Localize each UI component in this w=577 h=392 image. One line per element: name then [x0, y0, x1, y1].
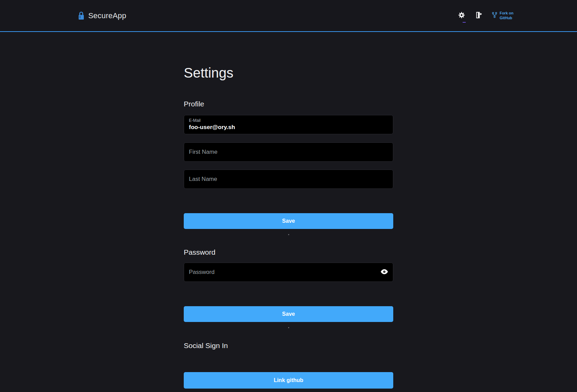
- app-logo: SecureApp: [78, 11, 126, 21]
- last-name-field[interactable]: [184, 170, 393, 189]
- tiny-separator-dot: [288, 327, 289, 328]
- logout-button[interactable]: [474, 11, 483, 21]
- link-github-button[interactable]: Link github: [184, 372, 393, 389]
- page-title: Settings: [184, 65, 393, 81]
- password-heading: Password: [184, 248, 393, 257]
- app-title: SecureApp: [88, 11, 126, 20]
- fork-on-github-link[interactable]: Fork on GitHub: [491, 11, 513, 21]
- first-name-input[interactable]: [184, 143, 393, 161]
- eye-icon: [381, 269, 388, 276]
- password-save-button[interactable]: Save: [184, 306, 393, 322]
- github-link-text: Fork on GitHub: [500, 11, 513, 21]
- profile-section: Profile E-Mail Save: [184, 100, 393, 235]
- lock-icon: [78, 11, 85, 21]
- gear-icon: [458, 11, 465, 20]
- social-sign-in-section: Social Sign In Link github: [184, 341, 393, 389]
- profile-heading: Profile: [184, 100, 393, 108]
- app-header: SecureApp: [0, 0, 577, 32]
- password-section: Password Save: [184, 248, 393, 328]
- email-field[interactable]: E-Mail: [184, 115, 393, 134]
- profile-save-button[interactable]: Save: [184, 213, 393, 229]
- settings-gear-button[interactable]: [457, 11, 466, 21]
- logout-icon: [475, 11, 483, 20]
- tiny-separator-dot: [288, 234, 289, 235]
- password-field[interactable]: [184, 263, 393, 282]
- email-input[interactable]: [189, 123, 388, 132]
- social-sign-in-heading: Social Sign In: [184, 341, 393, 350]
- password-input[interactable]: [184, 263, 393, 281]
- settings-page: Settings Profile E-Mail Save Password: [184, 65, 393, 389]
- cursor-underscore-artifact: [463, 22, 466, 23]
- header-actions: Fork on GitHub: [457, 11, 513, 21]
- fork-icon: [491, 12, 498, 20]
- toggle-password-visibility-button[interactable]: [380, 268, 389, 276]
- email-field-label: E-Mail: [189, 118, 388, 123]
- last-name-input[interactable]: [184, 170, 393, 188]
- first-name-field[interactable]: [184, 142, 393, 162]
